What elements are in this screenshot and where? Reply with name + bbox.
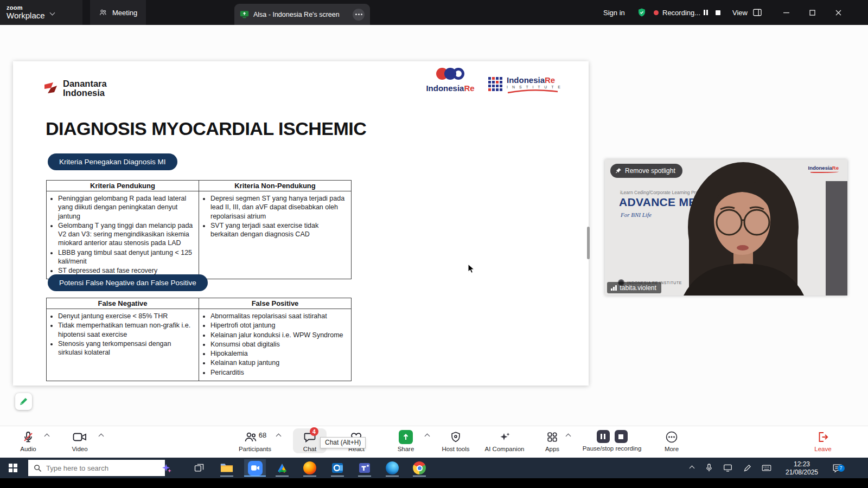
pause-stop-recording-button[interactable]: Pause/stop recording [576,430,648,452]
ai-companion-button[interactable]: AI Companion [480,430,529,452]
pencil-icon [19,397,28,406]
table-kriteria: Kriteria Pendukung Kriteria Non-Pendukun… [46,180,352,279]
table1-col1-list: Peninggian gelombang R pada lead lateral… [49,194,194,275]
microphone-muted-icon [22,430,35,444]
scrollbar-thumb[interactable] [587,227,590,259]
taskbar-clock[interactable]: 12:23 21/08/2025 [782,460,822,477]
video-button[interactable]: Video [61,430,99,452]
table1-header-1: Kriteria Pendukung [47,181,199,191]
recording-dot-icon [654,0,659,25]
audio-button[interactable]: Audio [9,430,47,452]
shared-screen-area: Danantara Indonesia IndonesiaRe Indonesi… [0,25,868,426]
sparkle-icon [498,430,511,444]
search-icon [34,464,42,472]
file-explorer-icon[interactable] [216,459,238,477]
search-input[interactable] [46,464,152,472]
zoom-toolbar: Audio Video 68 Participants [0,426,868,458]
chevron-down-icon[interactable] [49,10,55,15]
firefox-icon[interactable] [299,459,321,477]
security-shield-icon[interactable] [637,0,647,25]
video-options-chevron[interactable] [99,434,104,439]
start-button[interactable] [2,459,24,477]
host-tools-label: Host tools [442,446,469,452]
taskbar-search[interactable] [28,460,165,476]
sign-in-button[interactable]: Sign in [603,0,625,25]
participants-button[interactable]: 68 Participants [232,430,278,452]
share-options-chevron[interactable] [425,434,430,439]
indonesiare-logo: IndonesiaRe [423,68,477,93]
tray-show-hidden-icons[interactable] [684,459,700,477]
edge-icon[interactable] [381,459,403,477]
participant-nameplate: tabita.violent [607,282,661,293]
leave-icon [816,430,829,444]
open-app-indicator [220,476,233,477]
participants-count: 68 [259,431,266,444]
ai-companion-label: AI Companion [485,446,525,452]
spotlight-video-tile[interactable]: IndonesiaRe iLearn Ceding/Corporate Lear… [605,159,847,296]
clock-time: 12:23 [782,460,822,468]
drive-app-icon[interactable] [271,459,293,477]
stop-recording-icon[interactable] [615,430,628,443]
tray-microphone-icon[interactable] [701,459,717,477]
apps-button[interactable]: Apps [533,430,571,452]
chat-unread-badge: 4 [310,427,318,436]
host-tools-button[interactable]: Host tools [431,430,480,452]
screen: zoom Workplace Meeting Alsa - Indonesia … [0,0,868,488]
tab-shared-screen[interactable]: Alsa - Indonesia Re's screen [234,4,370,25]
tray-pen-icon[interactable] [739,459,755,477]
action-center-button[interactable]: 7 [827,459,847,477]
tray-keyboard-icon[interactable] [758,459,775,477]
outlook-icon[interactable] [327,459,348,477]
open-app-indicator [331,476,344,477]
institute-sub: I N S T I T U T E [507,85,562,89]
view-button[interactable]: View [732,0,748,25]
copilot-taskbar-icon[interactable] [156,459,177,477]
danantara-logo: Danantara Indonesia [43,79,107,98]
task-view-icon[interactable] [188,459,210,477]
bullet-item: Pericarditis [210,368,347,377]
maximize-button[interactable] [800,0,825,25]
presentation-slide: Danantara Indonesia IndonesiaRe Indonesi… [13,61,589,386]
institute-swoosh-icon [507,89,559,94]
windows-logo-icon [9,464,17,472]
leave-button[interactable]: Leave [804,430,842,452]
minimize-button[interactable] [774,0,799,25]
chrome-icon[interactable] [409,459,430,477]
zoom-workplace-logo[interactable]: zoom Workplace [0,0,82,25]
table2-col1-list: Denyut jantung exercise < 85% THRTidak m… [49,312,194,357]
tab-meeting[interactable]: Meeting [90,0,146,25]
bullet-item: Gelombang T yang tinggi dan melancip pad… [58,221,194,248]
tab-options-icon[interactable] [353,9,365,21]
pause-recording-icon[interactable] [703,0,709,25]
pill-false-neg-pos: Potensi False Negative dan False Positiv… [48,274,208,291]
annotation-pencil-button[interactable] [15,393,32,410]
pause-recording-icon[interactable] [597,430,610,443]
close-button[interactable] [826,0,851,25]
bullet-item: Hipokalemia [210,349,347,358]
teams-icon[interactable] [354,459,375,477]
open-app-indicator [276,476,289,477]
record-label: Pause/stop recording [583,445,642,452]
apps-label: Apps [545,446,559,452]
zoom-titlebar: zoom Workplace Meeting Alsa - Indonesia … [0,0,868,25]
remove-spotlight-button[interactable]: Remove spotlight [610,164,682,178]
chat-label: Chat [303,446,316,452]
brand-workplace: Workplace [7,11,45,20]
zoom-taskbar-icon[interactable] [244,459,266,477]
screen-share-icon [240,10,249,18]
share-button[interactable]: Share [387,430,425,452]
bullet-item: Denyut jantung exercise < 85% THR [58,312,194,320]
table2-header-2: False Positive [199,298,352,309]
mouse-cursor [468,264,477,274]
tray-display-icon[interactable] [719,459,736,477]
open-app-indicator [413,476,426,477]
participant-video [667,159,819,296]
stop-recording-icon[interactable] [715,0,721,25]
bullet-item: Hipertrofi otot jantung [210,321,347,330]
more-button[interactable]: More [653,430,691,452]
clock-date: 21/08/2025 [782,468,822,477]
view-layout-icon[interactable] [753,0,762,25]
chat-tooltip: Chat (Alt+H) [320,437,366,448]
view-label: View [732,9,748,17]
video-camera-icon [73,430,87,444]
